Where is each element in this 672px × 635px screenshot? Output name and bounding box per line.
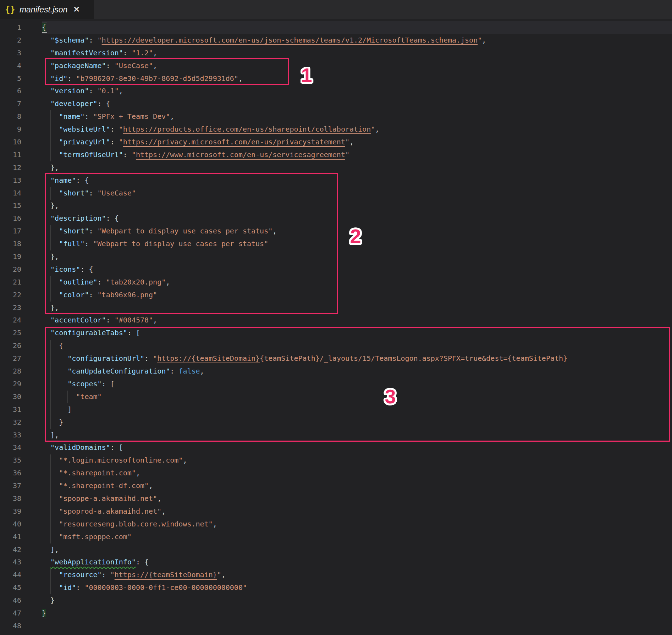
code-text: "webApplicationInfo": { <box>42 556 672 569</box>
code-line-32[interactable]: 32} <box>0 416 672 429</box>
line-number: 45 <box>0 581 21 594</box>
code-line-16[interactable]: 16"description": { <box>0 212 672 225</box>
tab-manifest-json[interactable]: {} manifest.json ✕ <box>0 0 94 19</box>
annotation-label-1: 1 <box>301 64 312 87</box>
code-line-1[interactable]: 1{ <box>0 21 672 34</box>
code-text: }, <box>42 250 672 263</box>
code-text: "configurationUrl": "https://{teamSiteDo… <box>42 352 672 365</box>
code-line-44[interactable]: 44"resource": "https://{teamSiteDomain}"… <box>0 569 672 581</box>
code-text: "configurableTabs": [ <box>42 327 672 339</box>
code-editor[interactable]: 1{2"$schema": "https://developer.microso… <box>0 19 672 635</box>
code-text: "id": "00000003-0000-0ff1-ce00-000000000… <box>42 581 672 594</box>
code-lines: 1{2"$schema": "https://developer.microso… <box>0 21 672 633</box>
code-line-6[interactable]: 6"version": "0.1", <box>0 85 672 98</box>
code-line-26[interactable]: 26{ <box>0 339 672 352</box>
code-text: "developer": { <box>42 98 672 110</box>
code-line-42[interactable]: 42], <box>0 543 672 556</box>
code-line-2[interactable]: 2"$schema": "https://developer.microsoft… <box>0 34 672 47</box>
code-line-25[interactable]: 25"configurableTabs": [ <box>0 327 672 339</box>
code-line-17[interactable]: 17"short": "Webpart to display use cases… <box>0 225 672 238</box>
line-number: 42 <box>0 543 21 556</box>
line-number: 38 <box>0 492 21 505</box>
line-number: 41 <box>0 531 21 543</box>
code-line-22[interactable]: 22"color": "tab96x96.png" <box>0 289 672 302</box>
line-number: 2 <box>0 34 21 47</box>
code-text: ], <box>42 543 672 556</box>
code-line-34[interactable]: 34"validDomains": [ <box>0 441 672 454</box>
code-text: { <box>42 21 672 34</box>
code-line-27[interactable]: 27"configurationUrl": "https://{teamSite… <box>0 352 672 365</box>
code-line-19[interactable]: 19}, <box>0 250 672 263</box>
line-number: 31 <box>0 403 21 416</box>
code-line-11[interactable]: 11"termsOfUseUrl": "https://www.microsof… <box>0 149 672 161</box>
line-number: 40 <box>0 518 21 531</box>
code-line-20[interactable]: 20"icons": { <box>0 263 672 276</box>
code-line-38[interactable]: 38"spoppe-a.akamaihd.net", <box>0 492 672 505</box>
code-text: }, <box>42 302 672 314</box>
tab-close-icon[interactable]: ✕ <box>73 6 79 13</box>
code-line-47[interactable]: 47} <box>0 607 672 620</box>
code-line-10[interactable]: 10"privacyUrl": "https://privacy.microso… <box>0 136 672 149</box>
line-number: 37 <box>0 480 21 492</box>
code-line-24[interactable]: 24"accentColor": "#004578", <box>0 314 672 327</box>
code-line-28[interactable]: 28"canUpdateConfiguration": false, <box>0 365 672 378</box>
code-line-40[interactable]: 40"resourceseng.blob.core.windows.net", <box>0 518 672 531</box>
code-line-33[interactable]: 33], <box>0 429 672 442</box>
code-line-8[interactable]: 8"name": "SPFx + Teams Dev", <box>0 110 672 123</box>
line-number: 32 <box>0 416 21 429</box>
code-line-41[interactable]: 41"msft.spoppe.com" <box>0 531 672 543</box>
code-line-30[interactable]: 30"team" <box>0 391 672 403</box>
code-line-48[interactable]: 48 <box>0 620 672 633</box>
code-line-37[interactable]: 37"*.sharepoint-df.com", <box>0 480 672 492</box>
code-line-5[interactable]: 5"id": "b7986207-8e30-49b7-8692-d5d5d299… <box>0 72 672 85</box>
code-text: } <box>42 416 672 429</box>
line-number: 4 <box>0 60 21 72</box>
code-text: "manifestVersion": "1.2", <box>42 47 672 60</box>
code-text: "spoppe-a.akamaihd.net", <box>42 492 672 505</box>
code-line-15[interactable]: 15}, <box>0 199 672 212</box>
code-text: "color": "tab96x96.png" <box>42 289 672 302</box>
tab-filename: manifest.json <box>20 5 68 15</box>
code-line-31[interactable]: 31] <box>0 403 672 416</box>
code-line-13[interactable]: 13"name": { <box>0 174 672 187</box>
code-line-14[interactable]: 14"short": "UseCase" <box>0 187 672 200</box>
code-text: "id": "b7986207-8e30-49b7-8692-d5d5d2993… <box>42 72 672 85</box>
code-line-9[interactable]: 9"websiteUrl": "https://products.office.… <box>0 123 672 136</box>
code-text: "spoprod-a.akamaihd.net", <box>42 505 672 518</box>
code-text: "*.sharepoint-df.com", <box>42 480 672 492</box>
code-line-21[interactable]: 21"outline": "tab20x20.png", <box>0 276 672 289</box>
code-text: ] <box>42 403 672 416</box>
line-number: 36 <box>0 467 21 480</box>
line-number: 8 <box>0 110 21 123</box>
code-line-7[interactable]: 7"developer": { <box>0 98 672 110</box>
code-text: { <box>42 339 672 352</box>
code-line-35[interactable]: 35"*.login.microsoftonline.com", <box>0 454 672 467</box>
line-number: 5 <box>0 72 21 85</box>
code-line-45[interactable]: 45"id": "00000003-0000-0ff1-ce00-0000000… <box>0 581 672 594</box>
code-line-46[interactable]: 46} <box>0 594 672 607</box>
line-number: 34 <box>0 441 21 454</box>
code-text: "resourceseng.blob.core.windows.net", <box>42 518 672 531</box>
code-line-12[interactable]: 12}, <box>0 161 672 174</box>
code-line-3[interactable]: 3"manifestVersion": "1.2", <box>0 47 672 60</box>
line-number: 9 <box>0 123 21 136</box>
line-number: 7 <box>0 98 21 110</box>
tab-bar: {} manifest.json ✕ <box>0 0 672 19</box>
code-line-23[interactable]: 23}, <box>0 302 672 314</box>
line-number: 22 <box>0 289 21 302</box>
code-text: ], <box>42 429 672 442</box>
line-number: 47 <box>0 607 21 620</box>
code-text: }, <box>42 161 672 174</box>
line-number: 18 <box>0 238 21 250</box>
code-text: } <box>42 594 672 607</box>
line-number: 13 <box>0 174 21 187</box>
code-line-36[interactable]: 36"*.sharepoint.com", <box>0 467 672 480</box>
code-line-43[interactable]: 43"webApplicationInfo": { <box>0 556 672 569</box>
code-text: "validDomains": [ <box>42 441 672 454</box>
code-line-29[interactable]: 29"scopes": [ <box>0 378 672 391</box>
code-line-39[interactable]: 39"spoprod-a.akamaihd.net", <box>0 505 672 518</box>
code-line-4[interactable]: 4"packageName": "UseCase", <box>0 60 672 72</box>
code-line-18[interactable]: 18"full": "Webpart to display use cases … <box>0 238 672 250</box>
code-text: "canUpdateConfiguration": false, <box>42 365 672 378</box>
code-text: "scopes": [ <box>42 378 672 391</box>
